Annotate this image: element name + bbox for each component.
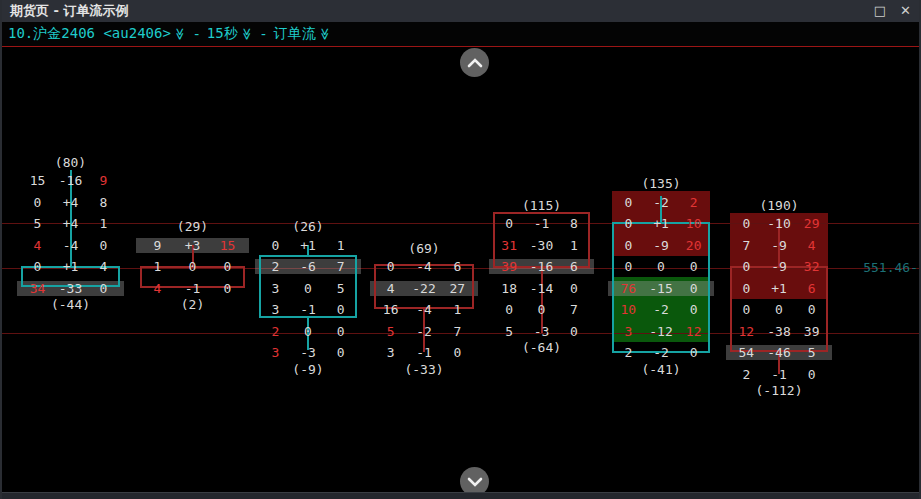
- price-row: 10-20: [612, 299, 710, 320]
- price-row: 305: [259, 278, 357, 299]
- ask-cell: 0: [677, 299, 710, 320]
- ask-cell: 0: [795, 299, 828, 320]
- price-row: 39-166: [493, 256, 590, 277]
- price-row: 76-150: [612, 278, 710, 299]
- bid-cell: 0: [493, 213, 525, 234]
- delta-cell: -38: [763, 321, 796, 342]
- chevron-down-icon[interactable]: ≫: [173, 28, 187, 41]
- price-row: 3-30: [259, 342, 357, 363]
- ask-cell: 7: [558, 299, 590, 320]
- bid-cell: 0: [612, 256, 645, 277]
- maximize-icon[interactable]: □: [874, 0, 886, 22]
- price-row: 15-169: [21, 170, 120, 191]
- delta-cell: -2: [645, 342, 678, 363]
- total-volume-label: (69): [374, 241, 474, 257]
- bid-cell: 16: [374, 299, 407, 320]
- delta-cell: -10: [763, 213, 796, 234]
- ask-cell: 10: [677, 213, 710, 234]
- period-selector[interactable]: 15秒≫: [207, 25, 253, 43]
- bid-cell: 2: [259, 321, 292, 342]
- scroll-up-button[interactable]: [460, 48, 489, 77]
- delta-cell: -2: [407, 321, 440, 342]
- ask-cell: 1: [324, 235, 357, 256]
- price-row: 100: [140, 256, 245, 277]
- bid-cell: 31: [493, 235, 525, 256]
- price-row: 3-10: [259, 299, 357, 320]
- total-volume-label: (190): [730, 198, 828, 214]
- price-row: 3-1212: [612, 321, 710, 342]
- bid-cell: 0: [21, 192, 54, 213]
- ask-cell: 0: [87, 278, 120, 299]
- delta-cell: +1: [54, 256, 87, 277]
- price-row: 0-46: [374, 256, 474, 277]
- ask-cell: 0: [677, 342, 710, 363]
- delta-cell: -16: [54, 170, 87, 191]
- price-row: 5+41: [21, 213, 120, 234]
- instrument-label: 10.沪金2406 <au2406>: [8, 25, 171, 41]
- horizontal-scrollbar[interactable]: [2, 492, 919, 499]
- ask-cell: 4: [87, 256, 120, 277]
- delta-cell: -30: [525, 235, 557, 256]
- price-row: 18-140: [493, 278, 590, 299]
- price-row: 4-40: [21, 235, 120, 256]
- instrument-selector[interactable]: 10.沪金2406 <au2406>≫: [8, 25, 186, 43]
- bid-cell: 0: [730, 299, 763, 320]
- delta-label: (-41): [612, 362, 710, 378]
- total-volume-label: (29): [140, 219, 245, 235]
- delta-cell: +3: [175, 235, 210, 256]
- delta-cell: -14: [525, 278, 557, 299]
- bid-cell: 0: [612, 235, 645, 256]
- chevron-up-icon: [467, 58, 483, 68]
- chevron-down-icon[interactable]: ≫: [318, 28, 332, 41]
- ask-cell: 32: [795, 256, 828, 277]
- price-row: 000: [612, 256, 710, 277]
- ask-cell: 5: [324, 278, 357, 299]
- price-row: 200: [259, 321, 357, 342]
- delta-label: (-112): [730, 383, 828, 399]
- bid-cell: 0: [730, 278, 763, 299]
- price-row: 5-27: [374, 321, 474, 342]
- delta-cell: -1: [292, 299, 325, 320]
- bid-cell: 34: [21, 278, 54, 299]
- bid-cell: 0: [612, 192, 645, 213]
- chevron-down-icon[interactable]: ≫: [240, 28, 254, 41]
- bid-cell: 0: [374, 256, 407, 277]
- total-volume-label: (135): [612, 176, 710, 192]
- chart-toolbar: 10.沪金2406 <au2406>≫ - 15秒≫ - 订单流≫: [2, 22, 919, 46]
- last-price-value: 551.46: [863, 260, 910, 275]
- bid-cell: 2: [730, 364, 763, 385]
- delta-cell: -1: [407, 342, 440, 363]
- delta-cell: 0: [175, 256, 210, 277]
- delta-cell: -1: [525, 213, 557, 234]
- price-row: 000: [730, 299, 828, 320]
- price-row: 2-20: [612, 342, 710, 363]
- delta-cell: -9: [763, 235, 796, 256]
- bid-cell: 9: [140, 235, 175, 256]
- orderflow-chart[interactable]: 15-1690+485+414-400+1434-330(80)(-44)9+3…: [2, 47, 919, 492]
- last-price-label: 551.46-: [863, 260, 918, 275]
- delta-cell: +4: [54, 192, 87, 213]
- delta-cell: 0: [525, 299, 557, 320]
- bid-cell: 39: [493, 256, 525, 277]
- ask-cell: 5: [795, 342, 828, 363]
- delta-label: (-33): [374, 362, 474, 378]
- price-row: 54-465: [730, 342, 828, 363]
- price-row: 31-301: [493, 235, 590, 256]
- study-selector[interactable]: 订单流≫: [274, 25, 332, 43]
- bid-cell: 3: [612, 321, 645, 342]
- delta-cell: -4: [407, 256, 440, 277]
- delta-cell: +1: [645, 213, 678, 234]
- ask-cell: 0: [558, 278, 590, 299]
- ask-cell: 0: [677, 256, 710, 277]
- total-volume-label: (80): [21, 155, 120, 171]
- price-row: 5-30: [493, 321, 590, 342]
- price-row: 0+11: [259, 235, 357, 256]
- price-tick-mark: -: [910, 260, 918, 275]
- ask-cell: 9: [87, 170, 120, 191]
- ask-cell: 6: [441, 256, 474, 277]
- close-icon[interactable]: ✕: [900, 0, 911, 22]
- price-row: 0+110: [612, 213, 710, 234]
- delta-cell: -1: [175, 278, 210, 299]
- price-row: 0+16: [730, 278, 828, 299]
- total-volume-label: (115): [493, 198, 590, 214]
